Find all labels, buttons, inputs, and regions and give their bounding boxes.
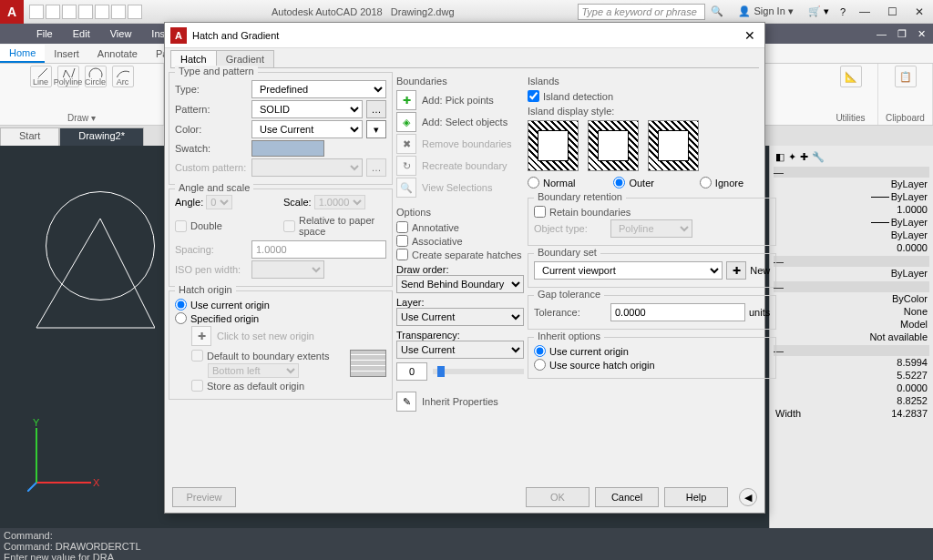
menu-edit[interactable]: Edit <box>64 26 99 41</box>
type-select[interactable]: Predefined <box>251 80 386 98</box>
prop-centery[interactable]: 5.5227 <box>897 370 928 381</box>
dialog-close-button[interactable]: ✕ <box>741 28 759 43</box>
prop-linetype[interactable]: ByLayer <box>891 191 928 202</box>
inherit-source-origin-radio[interactable] <box>534 359 546 371</box>
prop-lineweight[interactable]: ByLayer <box>891 217 928 228</box>
prop-plot-none: None <box>904 306 928 317</box>
tool-polyline[interactable]: Polyline <box>57 66 79 87</box>
ribbon-tab-annotate[interactable]: Annotate <box>88 46 147 62</box>
island-detection-checkbox[interactable] <box>528 90 539 102</box>
menu-file[interactable]: File <box>27 26 62 41</box>
ribbon-tab-home[interactable]: Home <box>0 45 45 63</box>
pick-points-button[interactable]: ✚ <box>396 90 416 110</box>
qat-undo-icon[interactable] <box>111 5 126 19</box>
boundary-set-select[interactable]: Current viewport <box>534 261 723 280</box>
prop-transparency[interactable]: ByLayer <box>891 229 928 240</box>
color-select[interactable]: Use Current <box>251 120 363 138</box>
select-objects-button[interactable]: ◈ <box>396 112 416 132</box>
prop-thickness[interactable]: 0.0000 <box>897 242 928 253</box>
tool-circle[interactable]: Circle <box>85 66 107 87</box>
prop-quick-icon[interactable]: ✚ <box>800 151 808 163</box>
inherit-current-origin-radio[interactable] <box>534 345 546 357</box>
qat-open-icon[interactable] <box>46 5 60 19</box>
dialog-title-bar[interactable]: A Hatch and Gradient ✕ <box>165 23 764 48</box>
prop-color[interactable]: ByLayer <box>891 178 928 189</box>
preview-button[interactable]: Preview <box>172 487 236 507</box>
separate-hatches-checkbox[interactable] <box>396 249 408 260</box>
island-style-ignore-preview[interactable] <box>648 120 699 171</box>
doc-close-button[interactable]: ✕ <box>914 28 929 40</box>
transparency-slider[interactable] <box>433 369 524 374</box>
island-outer-radio[interactable] <box>613 177 625 188</box>
prop-toggle-icon[interactable]: ◧ <box>775 151 784 163</box>
clipboard-icon[interactable]: 📋 <box>895 66 917 87</box>
dialog-collapse-button[interactable]: ◀ <box>739 488 757 506</box>
qat-plot-icon[interactable] <box>95 5 109 19</box>
prop-width[interactable]: 14.2837 <box>891 408 928 419</box>
qat-redo-icon[interactable] <box>128 5 142 19</box>
origin-current-radio[interactable] <box>175 299 187 311</box>
angle-select: 0 <box>206 195 232 209</box>
menu-view[interactable]: View <box>101 26 141 41</box>
island-normal-radio[interactable] <box>528 177 539 188</box>
pattern-select[interactable]: SOLID <box>251 100 363 118</box>
ribbon-panel-draw-label[interactable]: Draw ▾ <box>67 113 96 123</box>
minimize-button[interactable]: — <box>851 1 878 23</box>
exchange-icon[interactable]: 🛒 ▾ <box>803 5 835 17</box>
infocenter-search[interactable]: Type a keyword or phrase <box>578 4 705 20</box>
prop-select-icon[interactable]: ✦ <box>788 151 796 163</box>
draw-order-select[interactable]: Send Behind Boundary <box>396 275 524 293</box>
prop-material[interactable]: ByLayer <box>891 268 928 279</box>
retain-boundaries-checkbox[interactable] <box>534 206 546 218</box>
doc-restore-button[interactable]: ❐ <box>894 28 910 40</box>
prop-centerx[interactable]: 8.5994 <box>897 357 928 368</box>
associative-checkbox[interactable] <box>396 235 408 247</box>
inherit-properties-button[interactable]: Inherit Properties <box>422 396 498 407</box>
pattern-browse-button[interactable]: … <box>366 100 386 118</box>
tool-line[interactable]: Line <box>30 66 52 87</box>
qat-save-icon[interactable] <box>62 5 77 19</box>
qat-new-icon[interactable] <box>29 5 44 19</box>
prop-centerz[interactable]: 0.0000 <box>897 382 928 393</box>
prop-filter-icon[interactable]: 🔧 <box>812 151 825 163</box>
annotative-checkbox[interactable] <box>396 221 408 233</box>
island-style-normal-preview[interactable] <box>528 120 579 171</box>
maximize-button[interactable]: ☐ <box>878 1 906 23</box>
store-origin-checkbox <box>191 380 203 392</box>
file-tab-start[interactable]: Start <box>0 127 59 146</box>
help-icon[interactable]: ? <box>835 6 851 17</box>
origin-specified-radio[interactable] <box>175 312 187 324</box>
utilities-icon[interactable]: 📐 <box>840 66 862 87</box>
island-style-outer-preview[interactable] <box>588 120 639 171</box>
svg-line-0 <box>35 68 47 77</box>
file-tab-drawing2[interactable]: Drawing2* <box>59 127 144 146</box>
island-ignore-radio[interactable] <box>700 177 712 188</box>
prop-hdr-general: — <box>774 167 929 178</box>
doc-minimize-button[interactable]: — <box>873 28 890 40</box>
tolerance-input[interactable] <box>610 303 745 321</box>
dialog-title: Hatch and Gradient <box>192 30 279 41</box>
sign-in-button[interactable]: 👤 Sign In ▾ <box>729 5 802 17</box>
help-button[interactable]: Help <box>664 487 728 507</box>
search-icon[interactable]: 🔍 <box>705 5 729 17</box>
custom-pattern-select <box>251 158 363 177</box>
boundary-set-new-label[interactable]: New <box>750 265 770 276</box>
color-swatch-button[interactable]: ▾ <box>366 120 386 138</box>
inherit-properties-icon[interactable]: ✎ <box>396 392 416 412</box>
app-logo[interactable]: A <box>0 0 24 24</box>
boundary-set-new-icon[interactable]: ✚ <box>726 261 746 280</box>
group-boundary-set: Boundary set Current viewport ✚ New <box>528 253 776 288</box>
ribbon-tab-insert[interactable]: Insert <box>45 46 88 62</box>
transparency-select[interactable]: Use Current <box>396 341 524 359</box>
tool-arc[interactable]: Arc <box>112 66 134 87</box>
close-button[interactable]: ✕ <box>906 1 933 23</box>
cancel-button[interactable]: Cancel <box>595 487 659 507</box>
scale-select: 1.0000 <box>314 195 365 209</box>
layer-select[interactable]: Use Current <box>396 308 524 326</box>
transparency-value-input[interactable] <box>396 362 427 381</box>
ok-button[interactable]: OK <box>526 487 590 507</box>
qat-saveas-icon[interactable] <box>78 5 93 19</box>
prop-ltscale[interactable]: 1.0000 <box>897 204 928 215</box>
prop-height[interactable]: 8.8252 <box>897 395 928 406</box>
swatch-preview[interactable] <box>251 140 324 157</box>
